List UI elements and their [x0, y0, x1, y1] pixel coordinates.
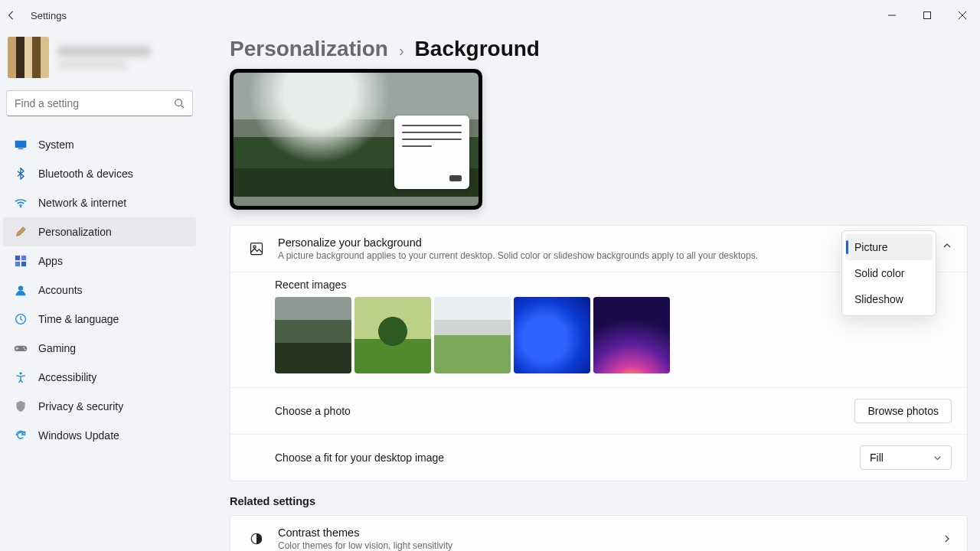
fit-value: Fill [870, 452, 884, 464]
breadcrumb-parent[interactable]: Personalization [230, 37, 388, 61]
sidebar-item-label: Time & language [38, 313, 119, 325]
svg-rect-6 [21, 256, 26, 260]
choose-fit-row: Choose a fit for your desktop image Fill [230, 434, 967, 481]
sidebar-item-apps[interactable]: Apps [3, 246, 196, 276]
search-icon [174, 98, 185, 109]
preview-taskbar [234, 197, 479, 206]
dropdown-option-solidcolor[interactable]: Solid color [845, 260, 933, 286]
sidebar-item-gaming[interactable]: Gaming [3, 334, 196, 363]
svg-point-12 [23, 347, 24, 348]
chevron-down-icon [933, 454, 942, 462]
sidebar: SystemBluetooth & devicesNetwork & inter… [0, 31, 199, 551]
titlebar: Settings [0, 0, 980, 31]
picture-icon [246, 241, 267, 256]
chevron-right-icon: › [399, 42, 404, 60]
gaming-icon [14, 341, 28, 355]
personalize-card: Personalize your background A picture ba… [230, 225, 968, 481]
svg-rect-2 [15, 141, 27, 148]
profile-name [58, 46, 150, 57]
sidebar-item-privacy[interactable]: Privacy & security [3, 392, 196, 421]
sidebar-item-label: System [38, 139, 74, 151]
avatar [8, 37, 49, 78]
maximize-button[interactable] [910, 0, 945, 31]
dropdown-option-slideshow[interactable]: Slideshow [845, 286, 933, 312]
bluetooth-icon [14, 167, 28, 181]
related-settings-heading: Related settings [230, 495, 968, 507]
fit-select[interactable]: Fill [860, 445, 952, 470]
svg-point-13 [24, 349, 26, 350]
svg-point-9 [18, 285, 23, 290]
contrast-subtitle: Color themes for low vision, light sensi… [278, 540, 452, 551]
svg-rect-5 [15, 256, 20, 260]
accounts-icon [14, 283, 28, 297]
personalization-icon [14, 225, 28, 239]
back-button[interactable] [6, 10, 31, 21]
personalize-subtitle: A picture background applies to your cur… [278, 250, 758, 261]
sidebar-item-label: Windows Update [38, 429, 119, 442]
sidebar-item-accessibility[interactable]: Accessibility [3, 363, 196, 392]
background-type-dropdown[interactable]: Picture Solid color Slideshow [841, 230, 936, 316]
close-button[interactable] [945, 0, 980, 31]
recent-image-3[interactable] [434, 297, 511, 373]
sidebar-item-label: Accounts [38, 284, 83, 296]
personalize-header[interactable]: Personalize your background A picture ba… [230, 226, 967, 272]
time-icon [14, 312, 28, 326]
svg-rect-3 [18, 148, 24, 149]
svg-rect-15 [251, 243, 263, 255]
recent-image-5[interactable] [593, 297, 670, 373]
privacy-icon [14, 399, 28, 413]
sidebar-item-personalization[interactable]: Personalization [3, 217, 196, 246]
svg-rect-0 [924, 12, 931, 19]
svg-point-14 [19, 372, 21, 374]
preview-window-mock [394, 116, 469, 189]
sidebar-item-label: Network & internet [38, 197, 126, 209]
choose-photo-label: Choose a photo [275, 405, 351, 417]
contrast-title: Contrast themes [278, 527, 452, 539]
preview-screen [234, 73, 479, 206]
svg-rect-8 [21, 262, 26, 266]
sidebar-item-label: Privacy & security [38, 400, 123, 412]
update-icon [14, 429, 28, 442]
sidebar-item-update[interactable]: Windows Update [3, 421, 196, 450]
svg-rect-7 [15, 262, 20, 266]
sidebar-item-label: Accessibility [38, 371, 96, 383]
main-content: Personalization › Background Personalize… [199, 31, 980, 551]
contrast-icon [246, 532, 267, 546]
dropdown-option-picture[interactable]: Picture [845, 234, 933, 260]
minimize-button[interactable] [874, 0, 910, 31]
desktop-preview [230, 69, 482, 210]
browse-photos-button[interactable]: Browse photos [854, 399, 952, 423]
svg-point-1 [175, 99, 182, 106]
sidebar-item-network[interactable]: Network & internet [3, 188, 196, 217]
profile-sub [58, 61, 127, 69]
apps-icon [14, 254, 28, 268]
personalize-title: Personalize your background [278, 236, 758, 249]
search-box[interactable] [6, 90, 193, 116]
recent-image-4[interactable] [514, 297, 590, 373]
network-icon [14, 196, 28, 210]
breadcrumb-current: Background [415, 37, 540, 61]
sidebar-item-time[interactable]: Time & language [3, 305, 196, 334]
nav-list: SystemBluetooth & devicesNetwork & inter… [3, 130, 196, 450]
window-title: Settings [31, 10, 67, 21]
profile-block[interactable] [3, 37, 196, 90]
accessibility-icon [14, 370, 28, 384]
breadcrumb: Personalization › Background [230, 37, 968, 61]
choose-fit-label: Choose a fit for your desktop image [275, 452, 444, 464]
contrast-themes-card[interactable]: Contrast themes Color themes for low vis… [230, 515, 968, 551]
choose-photo-row: Choose a photo Browse photos [230, 387, 967, 434]
chevron-right-icon [942, 534, 952, 543]
system-icon [14, 138, 28, 152]
sidebar-item-label: Apps [38, 255, 63, 267]
search-input[interactable] [15, 97, 174, 109]
sidebar-item-system[interactable]: System [3, 130, 196, 159]
chevron-up-icon[interactable] [942, 241, 952, 250]
sidebar-item-accounts[interactable]: Accounts [3, 276, 196, 305]
svg-point-16 [253, 246, 256, 248]
sidebar-item-bluetooth[interactable]: Bluetooth & devices [3, 159, 196, 188]
sidebar-item-label: Gaming [38, 342, 76, 354]
recent-image-1[interactable] [275, 297, 351, 373]
svg-point-4 [20, 206, 21, 207]
sidebar-item-label: Bluetooth & devices [38, 168, 133, 180]
recent-image-2[interactable] [354, 297, 431, 373]
